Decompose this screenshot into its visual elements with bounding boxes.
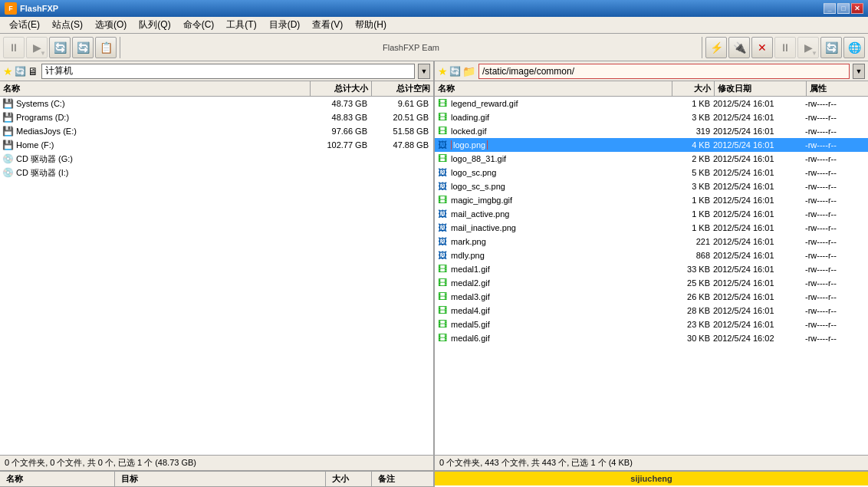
table-row[interactable]: 🎞medal5.gif23 KB2012/5/24 16:01-rw----r-… bbox=[435, 318, 868, 331]
file-attr: -rw----r-- bbox=[805, 196, 866, 205]
gif-file-icon: 🎞 bbox=[436, 332, 449, 344]
hdd-icon: 💾 bbox=[2, 125, 14, 137]
drive-total-size: 102.77 GB bbox=[309, 140, 370, 150]
file-attr: -rw----r-- bbox=[805, 278, 866, 288]
file-name: logo_88_31.gif bbox=[451, 154, 671, 163]
table-row[interactable]: 🎞legend_reward.gif1 KB2012/5/24 16:01-rw… bbox=[435, 97, 868, 110]
left-col-total-size: 总计大小 bbox=[311, 81, 372, 96]
refresh-btn-left[interactable]: 🔄 bbox=[49, 37, 71, 58]
menu-item-队列[interactable]: 队列(Q) bbox=[133, 17, 176, 33]
file-attr: -rw----r-- bbox=[805, 113, 866, 122]
right-addr-dropdown[interactable]: ▼ bbox=[853, 64, 865, 79]
table-row[interactable]: 🖼mdly.png8682012/5/24 16:01-rw----r-- bbox=[435, 248, 868, 262]
toolbar-left: ⏸ ▶ ▼ 🔄 🔄 📋 bbox=[3, 37, 117, 58]
table-row[interactable]: 🖼logo.png4 KB2012/5/24 16:01-rw----r-- bbox=[435, 138, 868, 152]
table-row[interactable]: 🖼mark.png2212012/5/24 16:01-rw----r-- bbox=[435, 235, 868, 248]
right-col-name: 名称 bbox=[435, 81, 672, 96]
menu-item-工具[interactable]: 工具(T) bbox=[220, 17, 262, 33]
table-row[interactable]: 🎞locked.gif3192012/5/24 16:01-rw----r-- bbox=[435, 124, 868, 138]
gif-file-icon: 🎞 bbox=[436, 111, 449, 123]
log-server-name: sijiucheng bbox=[435, 472, 868, 485]
file-name: logo_sc_s.png bbox=[451, 182, 671, 191]
globe-btn[interactable]: 🌐 bbox=[843, 37, 865, 58]
table-row[interactable]: 🖼mail_active.png1 KB2012/5/24 16:01-rw--… bbox=[435, 207, 868, 221]
table-row[interactable]: 🖼logo_sc_s.png3 KB2012/5/24 16:01-rw----… bbox=[435, 179, 868, 193]
list-item[interactable]: 💿CD 驱动器 (I:) bbox=[0, 166, 433, 179]
file-date: 2012/5/24 16:01 bbox=[713, 292, 805, 301]
toolbar: ⏸ ▶ ▼ 🔄 🔄 📋 FlashFXP Eam ⚡ 🔌 ✕ ⏸ ▶▼ 🔄 🌐 bbox=[0, 34, 868, 61]
png-file-icon: 🖼 bbox=[436, 208, 449, 220]
file-attr: -rw----r-- bbox=[805, 154, 866, 163]
file-name: medal2.gif bbox=[451, 278, 671, 288]
play-btn-left[interactable]: ▶ ▼ bbox=[26, 37, 48, 58]
menu-item-选项[interactable]: 选项(O) bbox=[89, 17, 133, 33]
right-refresh-icon[interactable]: 🔄 bbox=[449, 66, 461, 77]
app-icon: F bbox=[5, 2, 17, 15]
list-item[interactable]: 💾Systems (C:)48.73 GB9.61 GB bbox=[0, 97, 433, 110]
drive-total-size: 48.73 GB bbox=[309, 99, 370, 108]
window-controls: _ □ ✕ bbox=[824, 3, 863, 14]
png-file-icon: 🖼 bbox=[436, 139, 449, 151]
menu-item-帮助[interactable]: 帮助(H) bbox=[349, 17, 393, 33]
list-item[interactable]: 💾Programs (D:)48.83 GB20.51 GB bbox=[0, 110, 433, 124]
file-name: legend_reward.gif bbox=[451, 99, 671, 108]
file-attr: -rw----r-- bbox=[805, 334, 866, 343]
cdrom-icon: 💿 bbox=[2, 153, 14, 165]
right-star-icon[interactable]: ★ bbox=[438, 65, 448, 77]
right-file-list: 🎞legend_reward.gif1 KB2012/5/24 16:01-rw… bbox=[435, 97, 868, 455]
eam-text: Eam bbox=[422, 43, 439, 52]
table-row[interactable]: 🎞medal3.gif26 KB2012/5/24 16:01-rw----r-… bbox=[435, 290, 868, 304]
table-row[interactable]: 🎞medal2.gif25 KB2012/5/24 16:01-rw----r-… bbox=[435, 276, 868, 290]
cdrom-icon: 💿 bbox=[2, 166, 14, 179]
menu-item-会话[interactable]: 会话(E) bbox=[3, 17, 46, 33]
file-date: 2012/5/24 16:01 bbox=[713, 237, 805, 246]
connect-btn-left[interactable]: 🔄 bbox=[72, 37, 94, 58]
left-star-icon[interactable]: ★ bbox=[3, 65, 13, 77]
pause-btn-right[interactable]: ⏸ bbox=[774, 37, 796, 58]
minimize-button[interactable]: _ bbox=[824, 3, 836, 14]
queue-btn-left[interactable]: 📋 bbox=[95, 37, 117, 58]
table-row[interactable]: 🖼logo_sc.png5 KB2012/5/24 16:01-rw----r-… bbox=[435, 166, 868, 179]
toolbar-right: ⚡ 🔌 ✕ ⏸ ▶▼ 🔄 🌐 bbox=[705, 37, 865, 58]
left-pane: ★ 🔄 🖥 ▼ 名称 总计大小 总计空闲 💾Systems (C:)48.73 … bbox=[0, 61, 435, 470]
right-col-size: 大小 bbox=[672, 81, 715, 96]
drive-name: CD 驱动器 (I:) bbox=[16, 167, 309, 179]
file-size: 25 KB bbox=[671, 278, 713, 288]
table-row[interactable]: 🎞logo_88_31.gif2 KB2012/5/24 16:01-rw---… bbox=[435, 152, 868, 166]
left-addr-dropdown[interactable]: ▼ bbox=[418, 64, 430, 79]
drive-name: Systems (C:) bbox=[16, 99, 309, 108]
table-row[interactable]: 🖼mail_inactive.png1 KB2012/5/24 16:01-rw… bbox=[435, 221, 868, 235]
file-name: logo_sc.png bbox=[451, 168, 671, 177]
drive-free-space: 9.61 GB bbox=[370, 99, 432, 108]
menu-item-查看[interactable]: 查看(V) bbox=[306, 17, 349, 33]
list-item[interactable]: 💾MediasJoys (E:)97.66 GB51.58 GB bbox=[0, 124, 433, 138]
left-computer-icon: 🖥 bbox=[28, 65, 38, 77]
close-button[interactable]: ✕ bbox=[851, 3, 863, 14]
left-address-input[interactable] bbox=[41, 64, 415, 79]
refresh-btn-right[interactable]: 🔄 bbox=[820, 37, 842, 58]
right-address-input[interactable] bbox=[478, 64, 850, 79]
connect-btn-right[interactable]: 🔌 bbox=[728, 37, 750, 58]
table-row[interactable]: 🎞medal6.gif30 KB2012/5/24 16:02-rw----r-… bbox=[435, 331, 868, 345]
file-size: 1 KB bbox=[671, 209, 713, 219]
table-row[interactable]: 🎞medal1.gif33 KB2012/5/24 16:01-rw----r-… bbox=[435, 262, 868, 276]
disconnect-btn[interactable]: ✕ bbox=[751, 37, 773, 58]
play-btn-right[interactable]: ▶▼ bbox=[797, 37, 819, 58]
file-attr: -rw----r-- bbox=[805, 251, 866, 260]
bolt-btn[interactable]: ⚡ bbox=[705, 37, 727, 58]
list-item[interactable]: 💿CD 驱动器 (G:) bbox=[0, 152, 433, 166]
file-date: 2012/5/24 16:01 bbox=[713, 306, 805, 315]
file-size: 26 KB bbox=[671, 292, 713, 301]
maximize-button[interactable]: □ bbox=[837, 3, 850, 14]
table-row[interactable]: 🎞loading.gif3 KB2012/5/24 16:01-rw----r-… bbox=[435, 110, 868, 124]
left-status-text: 0 个文件夹, 0 个文件, 共 0 个, 已选 1 个 (48.73 GB) bbox=[5, 457, 196, 469]
menu-item-命令[interactable]: 命令(C) bbox=[177, 17, 221, 33]
left-refresh-icon[interactable]: 🔄 bbox=[15, 66, 26, 77]
menu-item-站点[interactable]: 站点(S) bbox=[46, 17, 89, 33]
menu-item-目录[interactable]: 目录(D) bbox=[263, 17, 307, 33]
table-row[interactable]: 🎞medal4.gif28 KB2012/5/24 16:01-rw----r-… bbox=[435, 304, 868, 318]
table-row[interactable]: 🎞magic_imgbg.gif1 KB2012/5/24 16:01-rw--… bbox=[435, 193, 868, 207]
pause-btn-left[interactable]: ⏸ bbox=[3, 37, 25, 58]
list-item[interactable]: 💾Home (F:)102.77 GB47.88 GB bbox=[0, 138, 433, 152]
app-title: FlashFXP bbox=[20, 4, 824, 13]
